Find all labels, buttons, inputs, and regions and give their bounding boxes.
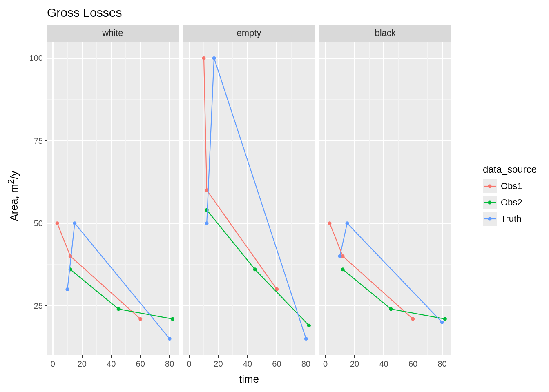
series-point bbox=[346, 221, 349, 225]
y-axis-label-pre: Area, m bbox=[8, 184, 20, 221]
series-point bbox=[202, 56, 205, 60]
series-point bbox=[389, 307, 393, 311]
y-tick-label: 25 bbox=[18, 301, 47, 310]
facet-strip: black bbox=[319, 24, 451, 42]
series-point bbox=[443, 317, 447, 321]
x-tick-label: 20 bbox=[72, 355, 92, 369]
facet-strip: empty bbox=[183, 24, 315, 42]
facet-panel: 255075100020406080 bbox=[47, 42, 179, 355]
facet-strip-label: white bbox=[102, 28, 123, 38]
legend-label: Obs2 bbox=[501, 197, 522, 208]
x-tick-label: 60 bbox=[130, 355, 151, 369]
series-line bbox=[207, 210, 309, 325]
series-point bbox=[411, 317, 415, 321]
y-tick-label: 100 bbox=[18, 53, 47, 63]
y-axis-label-post: /y bbox=[8, 171, 20, 179]
x-tick-label: 0 bbox=[42, 355, 63, 369]
chart-title: Gross Losses bbox=[47, 6, 122, 20]
x-tick-label: 80 bbox=[296, 355, 316, 369]
legend-point-icon bbox=[488, 201, 491, 205]
legend: data_source Obs1Obs2Truth bbox=[483, 164, 537, 228]
legend-item: Truth bbox=[483, 212, 537, 226]
chart-figure: Gross Losses Area, m2/y time white255075… bbox=[0, 0, 549, 392]
facet-strip: white bbox=[47, 24, 179, 42]
series-point bbox=[66, 287, 69, 291]
facet-panel: 020406080 bbox=[319, 42, 451, 355]
legend-key bbox=[483, 179, 497, 193]
y-axis-label-sup: 2 bbox=[6, 179, 16, 184]
facet-strip-label: empty bbox=[237, 28, 261, 38]
y-tick-label: 50 bbox=[18, 218, 47, 228]
series-point bbox=[338, 254, 342, 258]
x-tick-label: 60 bbox=[266, 355, 287, 369]
plot-svg bbox=[183, 42, 315, 355]
legend-key bbox=[483, 212, 497, 226]
legend-items: Obs1Obs2Truth bbox=[483, 179, 537, 226]
legend-item: Obs2 bbox=[483, 196, 537, 209]
legend-item: Obs1 bbox=[483, 179, 537, 193]
x-tick-label: 80 bbox=[432, 355, 453, 369]
series-line bbox=[207, 58, 306, 339]
x-tick-label: 80 bbox=[159, 355, 180, 369]
series-point bbox=[73, 221, 76, 225]
series-point bbox=[440, 321, 444, 324]
series-point bbox=[171, 317, 174, 321]
x-tick-label: 40 bbox=[101, 355, 121, 369]
series-point bbox=[341, 267, 345, 271]
series-point bbox=[56, 221, 59, 225]
y-axis-label: Area, m2/y bbox=[6, 171, 21, 221]
legend-key bbox=[483, 196, 497, 209]
plot-svg bbox=[319, 42, 451, 355]
x-tick-label: 40 bbox=[374, 355, 394, 369]
x-tick-label: 20 bbox=[208, 355, 228, 369]
y-tick-label: 75 bbox=[18, 136, 47, 145]
legend-label: Obs1 bbox=[501, 181, 522, 192]
legend-point-icon bbox=[488, 217, 491, 221]
series-point bbox=[212, 56, 216, 60]
legend-title: data_source bbox=[483, 164, 537, 175]
series-point bbox=[205, 221, 208, 225]
series-line bbox=[204, 58, 277, 289]
series-point bbox=[328, 221, 332, 225]
x-tick-label: 0 bbox=[315, 355, 336, 369]
series-point bbox=[117, 307, 121, 311]
series-point bbox=[304, 337, 308, 341]
legend-point-icon bbox=[488, 185, 491, 188]
x-tick-label: 60 bbox=[403, 355, 423, 369]
series-point bbox=[307, 324, 311, 327]
series-line bbox=[70, 270, 172, 319]
x-axis-label: time bbox=[0, 373, 451, 385]
facet-panel: 020406080 bbox=[183, 42, 315, 355]
series-point bbox=[253, 267, 257, 271]
x-tick-label: 20 bbox=[344, 355, 365, 369]
series-point bbox=[138, 317, 142, 321]
series-point bbox=[205, 208, 208, 212]
series-point bbox=[168, 337, 172, 341]
facet-strip-label: black bbox=[375, 28, 395, 38]
x-tick-label: 0 bbox=[179, 355, 199, 369]
x-tick-label: 40 bbox=[237, 355, 258, 369]
series-line bbox=[67, 223, 170, 339]
plot-svg bbox=[47, 42, 179, 355]
legend-label: Truth bbox=[501, 214, 522, 224]
series-line bbox=[343, 270, 445, 319]
